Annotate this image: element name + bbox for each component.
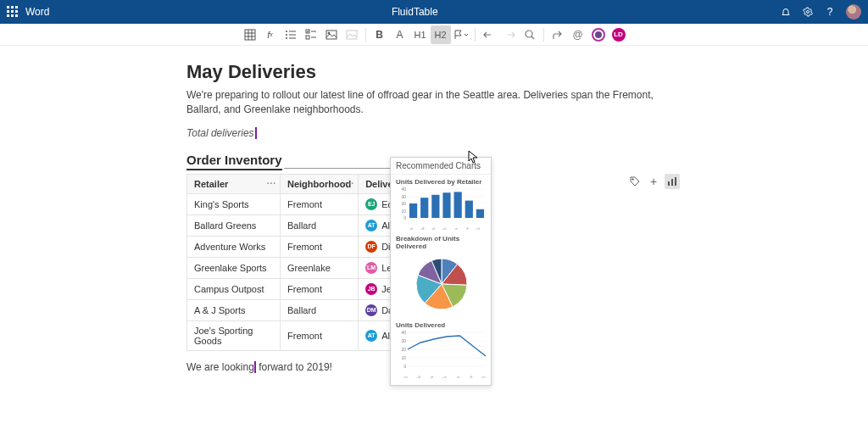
toolbar-divider — [543, 28, 544, 42]
share-icon[interactable] — [548, 25, 568, 44]
svg-text:10: 10 — [401, 355, 406, 360]
search-icon[interactable] — [520, 25, 540, 44]
toolbar-divider — [475, 28, 476, 42]
bold-button[interactable]: B — [370, 25, 390, 44]
settings-icon[interactable] — [802, 6, 814, 18]
rec-chart-pie[interactable]: Breakdown of Units Delivered — [391, 231, 491, 318]
carrier-avatar: JB — [365, 283, 377, 295]
cell-neighborhood: Fremont — [281, 278, 359, 299]
svg-text:Campus: Campus — [446, 226, 459, 230]
svg-rect-7 — [11, 14, 14, 17]
svg-rect-2 — [15, 6, 18, 8]
svg-rect-4 — [11, 10, 14, 13]
svg-rect-3 — [7, 10, 9, 13]
cell-retailer: Adventure Works — [187, 236, 281, 257]
toolbar-divider — [365, 28, 366, 42]
add-icon[interactable]: + — [646, 174, 661, 189]
svg-rect-0 — [7, 6, 9, 8]
svg-text:30: 30 — [401, 338, 406, 343]
list-icon[interactable] — [281, 25, 301, 44]
rec-chart-bar[interactable]: Units Delivered by Retailer 010203040Kin… — [391, 175, 491, 231]
chart-icon[interactable] — [665, 174, 680, 189]
svg-point-30 — [632, 178, 634, 180]
th-retailer[interactable]: Retailer··· — [187, 174, 281, 193]
app-name: Word — [25, 6, 49, 18]
closing-paragraph: We are looking forward to 2019! — [186, 361, 868, 373]
svg-text:Campus: Campus — [448, 375, 460, 378]
svg-rect-48 — [454, 192, 462, 218]
svg-rect-23 — [306, 36, 309, 39]
svg-text:10: 10 — [401, 209, 406, 214]
cell-retailer: A & J Sports — [187, 299, 281, 320]
th-neighborhood[interactable]: Neighborhood··· — [281, 174, 359, 193]
title-bar: Word FluidTable ? — [0, 0, 868, 24]
svg-text:Adventure: Adventure — [419, 374, 434, 378]
intro-paragraph: We're preparing to rollout our latest li… — [186, 88, 661, 117]
svg-rect-45 — [420, 198, 428, 218]
carrier-avatar: AT — [365, 330, 377, 342]
svg-rect-1 — [11, 6, 14, 8]
svg-rect-10 — [245, 30, 255, 40]
font-button[interactable]: A — [390, 25, 410, 44]
cell-retailer: King's Sports — [187, 193, 281, 214]
svg-text:A: A — [469, 375, 473, 378]
rec-chart-line[interactable]: Units Delivered 010203040King'sBallardAd… — [391, 318, 491, 380]
svg-rect-44 — [409, 203, 417, 218]
svg-text:Joe's: Joe's — [472, 226, 481, 230]
cell-retailer: Campus Outpost — [187, 278, 281, 299]
image-icon[interactable] — [321, 25, 342, 44]
flag-dropdown-icon[interactable] — [451, 25, 471, 44]
redo-icon[interactable] — [499, 25, 520, 44]
svg-text:King's: King's — [398, 375, 409, 378]
mention-icon[interactable]: @ — [568, 25, 588, 44]
app-launcher-icon[interactable] — [7, 6, 19, 18]
notification-icon[interactable] — [780, 6, 792, 18]
svg-text:Joe's: Joe's — [477, 375, 486, 378]
svg-rect-25 — [326, 31, 337, 39]
presence-2[interactable]: LD — [609, 25, 629, 44]
svg-rect-47 — [442, 192, 450, 218]
svg-text:40: 40 — [401, 331, 406, 335]
cell-retailer: Ballard Greens — [187, 214, 281, 236]
svg-rect-16 — [289, 31, 296, 31]
presence-1[interactable] — [588, 25, 609, 44]
total-deliveries-line: Total deliveries — [186, 127, 868, 139]
checklist-icon[interactable] — [301, 25, 321, 44]
undo-icon[interactable] — [479, 25, 499, 44]
line-chart-thumb: 010203040King'sBallardAdventureGreenlake… — [396, 331, 487, 378]
help-icon[interactable]: ? — [824, 6, 836, 18]
column-menu-icon[interactable]: ··· — [267, 179, 276, 188]
cell-retailer: Greenlake Sports — [187, 257, 281, 278]
carrier-avatar: DF — [365, 241, 377, 253]
recommended-charts-panel[interactable]: Recommended Charts Units Delivered by Re… — [390, 157, 492, 386]
svg-text:40: 40 — [401, 187, 406, 192]
svg-text:0: 0 — [403, 364, 406, 369]
cell-neighborhood: Fremont — [281, 320, 359, 350]
cell-neighborhood: Greenlake — [281, 257, 359, 278]
image-alt-icon[interactable] — [342, 25, 362, 44]
function-icon[interactable]: fx — [260, 25, 281, 44]
column-menu-icon[interactable]: ··· — [345, 179, 354, 188]
cell-retailer: Joe's Sporting Goods — [187, 320, 281, 350]
carrier-avatar: EJ — [365, 198, 377, 210]
svg-rect-50 — [476, 209, 484, 218]
table-icon[interactable] — [240, 25, 260, 44]
svg-rect-46 — [431, 195, 439, 218]
svg-rect-20 — [289, 37, 296, 38]
svg-text:Ballard: Ballard — [414, 226, 425, 230]
tag-icon[interactable] — [627, 174, 643, 189]
svg-rect-33 — [675, 177, 676, 186]
h2-button[interactable]: H2 — [431, 25, 451, 44]
svg-text:Greenlake: Greenlake — [432, 374, 448, 378]
svg-point-17 — [286, 34, 287, 36]
svg-rect-49 — [465, 201, 473, 218]
svg-text:A: A — [465, 226, 470, 230]
svg-text:0: 0 — [403, 215, 406, 220]
h1-button[interactable]: H1 — [410, 25, 431, 44]
bar-chart-thumb: 010203040King'sBallardAdventureGreenlake… — [396, 187, 487, 230]
user-avatar[interactable] — [846, 4, 861, 20]
svg-text:Ballard: Ballard — [410, 375, 421, 378]
svg-rect-32 — [671, 179, 673, 186]
cell-neighborhood: Ballard — [281, 299, 359, 320]
carrier-avatar: DM — [365, 304, 377, 316]
